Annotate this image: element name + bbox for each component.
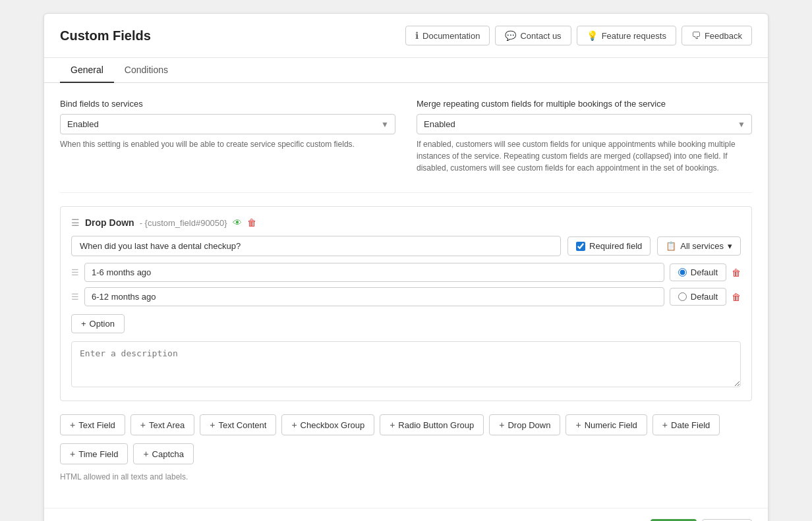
field-visibility-icon[interactable]: 👁 — [233, 217, 242, 228]
option-input-1[interactable] — [84, 263, 664, 282]
field-id: - {custom_field#90050} — [140, 218, 227, 228]
custom-fields-panel: Custom Fields ℹ Documentation 💬 Contact … — [44, 13, 768, 521]
drag-handle-icon[interactable]: ☰ — [71, 217, 80, 228]
plus-icon-radio-group: + — [390, 420, 395, 430]
bind-fields-select-wrapper: Enabled Disabled ▼ — [60, 114, 395, 134]
default-radio-2[interactable] — [678, 292, 687, 301]
feedback-button[interactable]: 🗨 Feedback — [682, 26, 752, 45]
tab-conditions[interactable]: Conditions — [114, 58, 179, 83]
option-delete-icon-2[interactable]: 🗑 — [732, 292, 741, 302]
tabs-bar: General Conditions — [44, 58, 768, 83]
add-numeric-field-button[interactable]: + Numeric Field — [566, 414, 647, 435]
option-drag-icon-2[interactable]: ☰ — [71, 292, 79, 302]
plus-icon-text-area: + — [140, 420, 146, 430]
field-section: ☰ Drop Down - {custom_field#90050} 👁 🗑 R… — [60, 206, 752, 401]
add-date-field-button[interactable]: + Date Field — [652, 414, 720, 435]
field-header: ☰ Drop Down - {custom_field#90050} 👁 🗑 — [71, 217, 741, 228]
services-button[interactable]: 📋 All services ▾ — [657, 236, 741, 256]
html-note: HTML allowed in all texts and labels. — [60, 472, 752, 481]
field-type-label: Drop Down — [85, 217, 134, 228]
add-field-buttons: + Text Field + Text Area + Text Content … — [60, 414, 752, 435]
add-checkbox-group-button[interactable]: + Checkbox Group — [281, 414, 374, 435]
footer-actions: Save Reset — [44, 508, 768, 521]
plus-icon-captcha: + — [143, 449, 148, 459]
services-chevron-icon: ▾ — [728, 241, 732, 251]
add-option-plus-icon: + — [81, 319, 86, 329]
option-row-1: ☰ Default 🗑 — [71, 263, 741, 282]
option-drag-icon-1[interactable]: ☰ — [71, 267, 79, 277]
field-delete-icon[interactable]: 🗑 — [247, 217, 256, 228]
field-question-input[interactable] — [71, 236, 561, 256]
plus-icon-text-field: + — [70, 420, 75, 430]
bind-fields-select[interactable]: Enabled Disabled — [60, 114, 395, 134]
add-text-area-button[interactable]: + Text Area — [130, 414, 194, 435]
default-radio-wrapper-2[interactable]: Default — [670, 288, 726, 306]
default-label-1: Default — [691, 267, 718, 277]
add-radio-button-group-button[interactable]: + Radio Button Group — [380, 414, 484, 435]
plus-icon-date: + — [662, 420, 668, 430]
documentation-button[interactable]: ℹ Documentation — [405, 26, 490, 45]
default-radio-1[interactable] — [678, 268, 687, 277]
add-option-button[interactable]: + Option — [71, 314, 125, 333]
merge-repeating-hint: If enabled, customers will see custom fi… — [417, 138, 752, 174]
services-icon: 📋 — [666, 241, 676, 251]
add-option-label: Option — [90, 319, 115, 329]
add-time-field-button[interactable]: + Time Field — [60, 443, 128, 464]
merge-repeating-select[interactable]: Enabled Disabled — [417, 114, 752, 134]
default-radio-wrapper-1[interactable]: Default — [670, 263, 726, 281]
add-drop-down-button[interactable]: + Drop Down — [489, 414, 560, 435]
required-checkbox[interactable] — [576, 242, 585, 251]
option-input-2[interactable] — [84, 287, 664, 306]
content-area: Bind fields to services Enabled Disabled… — [44, 83, 768, 508]
divider — [60, 192, 752, 193]
plus-icon-time: + — [70, 449, 75, 459]
documentation-icon: ℹ — [415, 30, 419, 41]
plus-icon-drop-down: + — [499, 420, 504, 430]
plus-icon-checkbox-group: + — [291, 420, 297, 430]
default-label-2: Default — [691, 292, 718, 302]
add-field-buttons-row2: + Time Field + Captcha — [60, 443, 752, 464]
bind-fields-hint: When this setting is enabled you will be… — [60, 138, 395, 150]
plus-icon-text-content: + — [210, 420, 215, 430]
contact-us-button[interactable]: 💬 Contact us — [495, 26, 571, 45]
description-textarea[interactable] — [71, 341, 741, 387]
feature-icon: 💡 — [587, 30, 598, 41]
page-header: Custom Fields ℹ Documentation 💬 Contact … — [44, 14, 768, 58]
settings-row: Bind fields to services Enabled Disabled… — [60, 99, 752, 174]
header-buttons: ℹ Documentation 💬 Contact us 💡 Feature r… — [405, 26, 752, 45]
bind-fields-label: Bind fields to services — [60, 99, 395, 109]
add-text-content-button[interactable]: + Text Content — [200, 414, 276, 435]
required-field-label: Required field — [589, 241, 642, 251]
merge-repeating-select-wrapper: Enabled Disabled ▼ — [417, 114, 752, 134]
add-captcha-button[interactable]: + Captcha — [133, 443, 194, 464]
tab-general[interactable]: General — [60, 58, 114, 83]
field-question-row: Required field 📋 All services ▾ — [71, 236, 741, 256]
option-row-2: ☰ Default 🗑 — [71, 287, 741, 306]
required-field-wrapper[interactable]: Required field — [567, 236, 651, 256]
merge-repeating-label: Merge repeating custom fields for multip… — [417, 99, 752, 109]
services-label: All services — [680, 241, 724, 251]
plus-icon-numeric: + — [575, 420, 581, 430]
option-delete-icon-1[interactable]: 🗑 — [732, 267, 741, 278]
page-title: Custom Fields — [60, 28, 151, 43]
feature-requests-button[interactable]: 💡 Feature requests — [577, 26, 676, 45]
feedback-icon: 🗨 — [691, 30, 701, 41]
contact-icon: 💬 — [505, 30, 516, 41]
add-text-field-button[interactable]: + Text Field — [60, 414, 125, 435]
bind-fields-setting: Bind fields to services Enabled Disabled… — [60, 99, 395, 174]
merge-repeating-setting: Merge repeating custom fields for multip… — [417, 99, 752, 174]
